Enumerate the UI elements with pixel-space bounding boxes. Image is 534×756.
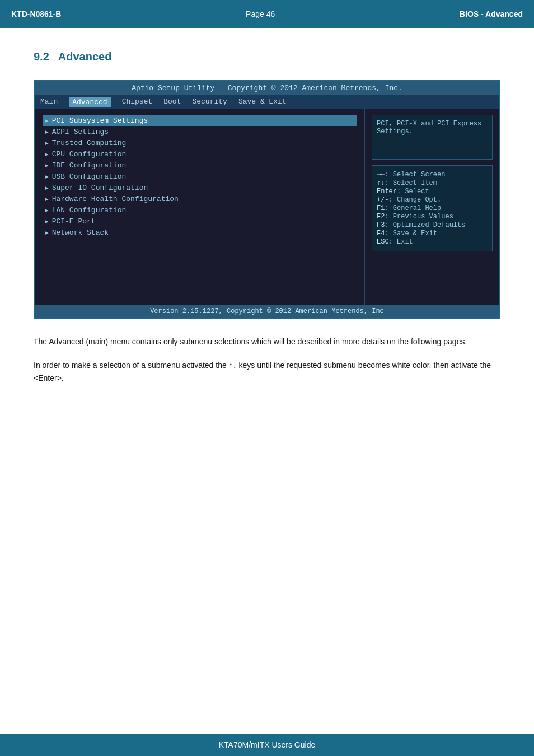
menu-item-label: Trusted Computing [52,139,127,147]
bios-nav-item-chipset[interactable]: Chipset [122,97,153,107]
menu-item-label: LAN Configuration [52,206,127,214]
menu-arrow-icon: ▶ [45,218,49,225]
menu-arrow-icon: ▶ [45,117,49,124]
paragraph-2: In order to make a selection of a submen… [34,359,500,384]
menu-arrow-icon: ▶ [45,184,49,192]
help-key: →← [377,171,385,179]
bios-right-panel: PCI, PCI-X and PCI Express Settings. →←:… [365,109,499,305]
bios-help-line: →←: Select Screen [377,171,488,179]
help-key: F3 [377,221,385,229]
paragraph-1: The Advanced (main) menu contains only s… [34,335,500,348]
bios-nav-bar: MainAdvancedChipsetBootSecuritySave & Ex… [35,95,499,109]
header-right: BIOS - Advanced [460,10,523,18]
bios-nav-item-save-&-exit[interactable]: Save & Exit [238,97,287,107]
help-desc: : Change Opt. [389,196,442,204]
bios-menu-item[interactable]: ▶Super IO Configuration [43,183,357,193]
header-left: KTD-N0861-B [11,10,61,18]
bios-help-line: F2: Previous Values [377,213,488,221]
menu-item-label: CPU Configuration [52,150,127,158]
bios-help-line: F3: Optimized Defaults [377,221,488,229]
bios-footer: Version 2.15.1227, Copyright © 2012 Amer… [35,305,499,318]
bios-info-box: PCI, PCI-X and PCI Express Settings. [372,115,493,160]
menu-item-label: ACPI Settings [52,128,109,136]
help-desc: : Select [397,188,429,195]
menu-item-label: Super IO Configuration [52,184,148,192]
menu-arrow-icon: ▶ [45,162,49,169]
section-title: Advanced [58,50,112,63]
menu-arrow-icon: ▶ [45,139,49,147]
help-key: +/- [377,196,389,204]
bios-help-line: ESC: Exit [377,238,488,246]
menu-item-label: Hardware Health Configuration [52,195,179,203]
main-content: 9.2 Advanced Aptio Setup Utility – Copyr… [0,28,534,418]
menu-item-label: IDE Configuration [52,161,127,170]
bios-nav-item-boot[interactable]: Boot [163,97,181,107]
menu-item-label: Network Stack [52,228,109,237]
help-desc: : General Help [385,204,441,212]
bios-title-bar: Aptio Setup Utility – Copyright © 2012 A… [35,81,499,95]
menu-arrow-icon: ▶ [45,207,49,214]
help-desc: : Select Item [385,179,437,187]
help-key: Enter [377,188,397,195]
menu-item-label: PCI-E Port [52,217,96,226]
menu-arrow-icon: ▶ [45,229,49,236]
help-key: F4 [377,230,385,237]
help-key: ↑↓ [377,179,385,187]
bios-menu-item[interactable]: ▶PCI Subsystem Settings [43,115,357,126]
bios-body: ▶PCI Subsystem Settings▶ACPI Settings▶Tr… [35,109,499,305]
help-desc: : Save & Exit [385,230,437,237]
bios-help-box: →←: Select Screen↑↓: Select ItemEnter: S… [372,165,493,251]
help-desc: : Optimized Defaults [385,221,465,229]
bios-help-line: +/-: Change Opt. [377,196,488,204]
page-footer: KTA70M/mITX Users Guide [0,734,534,756]
bios-menu-item[interactable]: ▶ACPI Settings [43,127,357,137]
bios-help-line: F1: General Help [377,204,488,212]
bios-help-line: ↑↓: Select Item [377,179,488,187]
bios-left-panel: ▶PCI Subsystem Settings▶ACPI Settings▶Tr… [35,109,365,305]
header-bar: KTD-N0861-B Page 46 BIOS - Advanced [0,0,534,28]
bios-help-line: Enter: Select [377,188,488,195]
header-center: Page 46 [246,10,275,18]
bios-menu-item[interactable]: ▶CPU Configuration [43,149,357,160]
menu-arrow-icon: ▶ [45,173,49,180]
bios-menu-item[interactable]: ▶IDE Configuration [43,160,357,171]
bios-panel: Aptio Setup Utility – Copyright © 2012 A… [34,80,500,319]
bios-menu-item[interactable]: ▶Trusted Computing [43,138,357,148]
menu-item-label: PCI Subsystem Settings [52,116,148,125]
footer-label: KTA70M/mITX Users Guide [219,740,315,749]
section-number: 9.2 [34,50,49,63]
bios-nav-item-advanced[interactable]: Advanced [69,97,110,107]
menu-arrow-icon: ▶ [45,195,49,203]
help-desc: : Previous Values [385,213,453,221]
menu-item-label: USB Configuration [52,172,127,181]
help-key: F2 [377,213,385,221]
bios-help-line: F4: Save & Exit [377,230,488,237]
menu-arrow-icon: ▶ [45,151,49,158]
help-desc: : Select Screen [385,171,445,179]
bios-menu-item[interactable]: ▶LAN Configuration [43,205,357,216]
help-key: F1 [377,204,385,212]
section-heading: 9.2 Advanced [34,50,500,63]
bios-menu-item[interactable]: ▶Network Stack [43,227,357,238]
bios-menu-item[interactable]: ▶Hardware Health Configuration [43,194,357,204]
bios-menu-item[interactable]: ▶PCI-E Port [43,216,357,227]
menu-arrow-icon: ▶ [45,128,49,136]
bios-nav-item-security[interactable]: Security [192,97,227,107]
bios-nav-item-main[interactable]: Main [40,97,58,107]
help-desc: : Exit [389,238,413,246]
help-key: ESC [377,238,389,246]
bios-menu-item[interactable]: ▶USB Configuration [43,171,357,182]
